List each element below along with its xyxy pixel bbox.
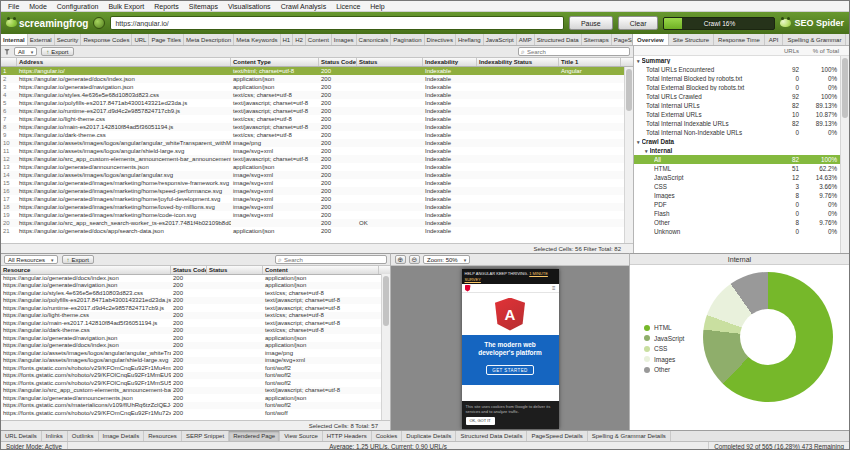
overview-row-total-external-urls[interactable]: Total External URLs1010.87% bbox=[634, 110, 841, 119]
overview-row-other[interactable]: Other89.76% bbox=[634, 218, 841, 227]
overview-row-pdf[interactable]: PDF00% bbox=[634, 200, 841, 209]
pause-button[interactable]: Pause bbox=[569, 16, 613, 30]
resources-export-button[interactable]: ↑Export bbox=[62, 255, 94, 264]
table-row[interactable]: 21https://angular.io/generated/docs/app/… bbox=[1, 227, 624, 235]
resource-row[interactable]: https://angular.io/generated/navigation.… bbox=[1, 282, 381, 290]
menu-item-sitemaps[interactable]: Sitemaps bbox=[184, 3, 223, 10]
legend-item-javascript[interactable]: JavaScript bbox=[644, 335, 684, 342]
resources-column-header-resource[interactable]: Resource bbox=[1, 266, 171, 274]
legend-item-css[interactable]: CSS bbox=[644, 345, 684, 352]
table-row[interactable]: 18https://angular.io/generated/images/ma… bbox=[1, 203, 624, 211]
table-row[interactable]: 4https://angular.io/styles.4e636e5e68d10… bbox=[1, 91, 624, 99]
tab-images[interactable]: Images bbox=[332, 34, 357, 45]
tab-hreflang[interactable]: Hreflang bbox=[456, 34, 484, 45]
column-header-status-code[interactable]: Status Code bbox=[319, 58, 357, 66]
table-row[interactable]: 15https://angular.io/generated/images/ma… bbox=[1, 179, 624, 187]
table-row[interactable]: 20https://angular.io/src_app_search_sear… bbox=[1, 219, 624, 227]
bottom-tab-structured-data-details[interactable]: Structured Data Details bbox=[456, 431, 527, 441]
bottom-tab-duplicate-details[interactable]: Duplicate Details bbox=[402, 431, 456, 441]
tab-api[interactable]: API bbox=[765, 34, 784, 45]
menu-item-visualisations[interactable]: Visualisations bbox=[223, 3, 276, 10]
zoom-out-icon[interactable]: ⊖ bbox=[409, 255, 420, 264]
table-row[interactable]: 1https://angular.io/text/html; charset=u… bbox=[1, 67, 624, 75]
overview-section-summary[interactable]: ▾Summary bbox=[634, 56, 841, 65]
tab-pagespeed[interactable]: PageSpeed bbox=[612, 34, 633, 45]
table-row[interactable]: 2https://angular.io/generated/docs/index… bbox=[1, 75, 624, 83]
get-started-button[interactable]: GET STARTED bbox=[486, 365, 533, 375]
resource-row[interactable]: https://angular.io/assets/images/logos/a… bbox=[1, 357, 381, 365]
tab-spelling-grammar[interactable]: Spelling & Grammar bbox=[783, 34, 846, 45]
resources-search-input[interactable] bbox=[284, 257, 384, 263]
hamburger-menu-icon[interactable]: ≡ bbox=[552, 285, 556, 291]
bottom-tab-cookies[interactable]: Cookies bbox=[372, 431, 403, 441]
tab-pagination[interactable]: Pagination bbox=[391, 34, 424, 45]
overview-section-internal[interactable]: ▾Internal bbox=[634, 146, 841, 155]
overview-section-crawl-data[interactable]: ▾Crawl Data bbox=[634, 137, 841, 146]
overview-scrollbar[interactable] bbox=[840, 56, 849, 253]
search-input[interactable] bbox=[527, 49, 627, 55]
overview-row-total-internal-urls[interactable]: Total Internal URLs8289.13% bbox=[634, 101, 841, 110]
url-input[interactable] bbox=[110, 16, 563, 30]
resources-filter-dropdown[interactable]: All Resources bbox=[4, 255, 58, 264]
resource-row[interactable]: https://fonts.gstatic.com/s/roboto/v29/K… bbox=[1, 364, 381, 372]
resource-row[interactable]: https://angular.io/generated/docs/index.… bbox=[1, 342, 381, 350]
tab-h2[interactable]: H2 bbox=[293, 34, 306, 45]
table-row[interactable]: 9https://angular.io/dark-theme.csstext/c… bbox=[1, 131, 624, 139]
menu-item-mode[interactable]: Mode bbox=[24, 3, 52, 10]
table-row[interactable]: 3https://angular.io/generated/navigation… bbox=[1, 83, 624, 91]
tab-meta-description[interactable]: Meta Description bbox=[184, 34, 234, 45]
expander-icon[interactable]: ▾ bbox=[645, 148, 648, 154]
table-row[interactable]: 10https://angular.io/assets/images/logos… bbox=[1, 139, 624, 147]
resource-row[interactable]: https://angular.io/generated/announcemen… bbox=[1, 394, 381, 402]
bottom-tab-url-details[interactable]: URL Details bbox=[1, 431, 42, 441]
overview-row-total-urls-encountered[interactable]: Total URLs Encountered92100% bbox=[634, 65, 841, 74]
tab-response-codes[interactable]: Response Codes bbox=[81, 34, 132, 45]
tab-url[interactable]: URL bbox=[132, 34, 149, 45]
resource-row[interactable]: https://angular.io/generated/navigation.… bbox=[1, 334, 381, 342]
column-header-indexability[interactable]: Indexability bbox=[423, 58, 477, 66]
menu-item-reports[interactable]: Reports bbox=[149, 3, 184, 10]
resources-scrollbar[interactable] bbox=[381, 274, 390, 420]
resources-column-header-status[interactable]: Status bbox=[207, 266, 263, 274]
bottom-tab-outlinks[interactable]: Outlinks bbox=[68, 431, 99, 441]
tab-security[interactable]: Security bbox=[55, 34, 82, 45]
table-row[interactable]: 11https://angular.io/assets/images/logos… bbox=[1, 147, 624, 155]
resource-row[interactable]: https://angular.io/polyfills-es2017.8471… bbox=[1, 297, 381, 305]
menu-item-licence[interactable]: Licence bbox=[331, 3, 365, 10]
tab-content[interactable]: Content bbox=[306, 34, 332, 45]
tab-structured-data[interactable]: Structured Data bbox=[535, 34, 582, 45]
overview-row-css[interactable]: CSS33.66% bbox=[634, 182, 841, 191]
bottom-tab-spelling-grammar-details[interactable]: Spelling & Grammar Details bbox=[588, 431, 671, 441]
resource-row[interactable]: https://angular.io/light-theme.css200tex… bbox=[1, 312, 381, 320]
overview-row-total-urls-crawled[interactable]: Total URLs Crawled92100% bbox=[634, 92, 841, 101]
resource-row[interactable]: https://fonts.gstatic.com/s/roboto/v29/K… bbox=[1, 372, 381, 380]
table-row[interactable]: 7https://angular.io/light-theme.csstext/… bbox=[1, 115, 624, 123]
tab-directives[interactable]: Directives bbox=[425, 34, 456, 45]
expander-icon[interactable]: ▾ bbox=[637, 58, 640, 64]
bottom-tab-view-source[interactable]: View Source bbox=[280, 431, 323, 441]
resources-column-header-content[interactable]: Content bbox=[263, 266, 379, 274]
menu-item-crawl-analysis[interactable]: Crawl Analysis bbox=[276, 3, 332, 10]
table-row[interactable]: 5https://angular.io/polyfills-es2017.847… bbox=[1, 99, 624, 107]
tab-sitemaps[interactable]: Sitemaps bbox=[582, 34, 612, 45]
resource-row[interactable]: https://angular.io/assets/images/logos/a… bbox=[1, 349, 381, 357]
overview-row-total-internal-non-indexable-urls[interactable]: Total Internal Non-Indexable URLs00% bbox=[634, 128, 841, 137]
overview-row-flash[interactable]: Flash00% bbox=[634, 209, 841, 218]
column-header-title-1[interactable]: Title 1 bbox=[559, 58, 621, 66]
expander-icon[interactable]: ▾ bbox=[637, 139, 640, 145]
column-header-row-number[interactable] bbox=[1, 58, 17, 66]
overview-row-javascript[interactable]: JavaScript1214.63% bbox=[634, 173, 841, 182]
overview-row-total-external-blocked-by-robots-txt[interactable]: Total External Blocked by robots.txt00% bbox=[634, 83, 841, 92]
table-row[interactable]: 6https://angular.io/runtime-es2017.d9d4c… bbox=[1, 107, 624, 115]
legend-item-other[interactable]: Other bbox=[644, 366, 684, 373]
tab-internal[interactable]: Internal bbox=[1, 34, 28, 45]
table-row[interactable]: 12https://angular.io/src_app_custom-elem… bbox=[1, 155, 624, 163]
bottom-tab-resources[interactable]: Resources bbox=[144, 431, 182, 441]
tab-meta-keywords[interactable]: Meta Keywords bbox=[234, 34, 280, 45]
resource-row[interactable]: https://fonts.gstatic.com/s/materialicon… bbox=[1, 402, 381, 410]
clear-button[interactable]: Clear bbox=[618, 16, 659, 30]
zoom-dropdown[interactable]: Zoom: 50% bbox=[423, 255, 470, 264]
tab-canonicals[interactable]: Canonicals bbox=[357, 34, 392, 45]
overview-row-html[interactable]: HTML5162.2% bbox=[634, 164, 841, 173]
menu-item-file[interactable]: File bbox=[3, 3, 24, 10]
